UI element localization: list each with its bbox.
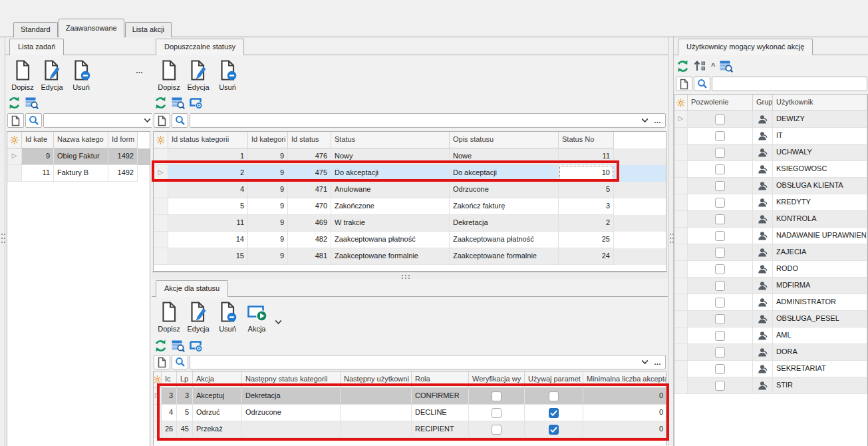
column-header[interactable]: Minimalna liczba akceptacji [583,371,666,388]
new-filter-button[interactable] [154,113,170,128]
column-header[interactable]: Id kate [22,132,54,148]
column-header[interactable]: Opis statusu [450,132,559,148]
new-filter-button[interactable] [7,113,24,128]
tab-zaawansowane[interactable]: Zaawansowane [59,19,124,37]
tab-akcje-dla-statusu[interactable]: Akcje dla statusu [156,280,228,297]
permission-checkbox[interactable] [715,131,725,141]
filter-options-button[interactable]: … [654,358,661,366]
permission-checkbox[interactable] [715,181,725,191]
refresh-icon[interactable] [8,97,21,109]
table-row[interactable]: 2645PrzekażRECIPIENT0 [154,421,666,438]
table-row[interactable]: 159481Zaakceptowane formalnieZaakceptowa… [154,248,666,265]
table-row[interactable]: ▷33AkceptujDekretacjaCONFIRMER0 [154,388,666,405]
tab-standard[interactable]: Standard [13,22,58,37]
column-header[interactable]: Id kategori [248,132,288,148]
permission-checkbox[interactable] [715,148,725,158]
table-row[interactable]: KSIEGOWOSC [674,161,867,178]
table-row[interactable]: 119469W trakcieDekretacja2 [154,215,666,232]
table-row[interactable]: NADAWANIE UPRAWNIEN [674,228,867,244]
column-header[interactable]: Nazwa katego [54,132,108,148]
refresh-icon[interactable] [154,97,167,109]
use-params-checkbox[interactable] [549,425,559,435]
table-row[interactable]: 11Faktury B1492 [7,165,150,182]
column-header[interactable]: Użytkownik [773,95,867,111]
chevron-down-icon[interactable] [144,118,151,123]
column-chooser-icon[interactable] [190,97,203,109]
vertical-splitter-right[interactable] [668,37,674,446]
edycja-button[interactable]: Edycja [37,58,67,93]
chevron-down-icon[interactable] [275,320,282,325]
dopisz-button[interactable]: Dopisz [154,58,184,93]
tab-uzytkownicy[interactable]: Użytkownicy mogący wykonać akcję [678,39,813,55]
table-row[interactable]: ▷29475Do akceptacjiDo akceptacji10 [154,165,666,182]
search-input[interactable] [193,114,639,126]
search-button[interactable] [25,113,42,128]
table-row[interactable]: MDFIRMA [674,278,867,294]
column-header[interactable]: Ic [162,371,177,388]
grid-search-icon[interactable] [172,339,185,352]
usun-button[interactable]: Usuń [67,58,96,93]
column-header[interactable]: Lp [177,371,193,388]
permission-checkbox[interactable] [715,231,725,241]
grid-search-icon[interactable] [25,97,39,109]
collapse-icon[interactable]: ^ [711,63,715,69]
grid-search-icon[interactable] [720,60,733,73]
edycja-button[interactable]: Edycja [184,300,213,334]
use-params-checkbox[interactable] [549,408,559,418]
table-row[interactable]: SEKRETARIAT [674,361,867,377]
column-header[interactable]: Używaj paramet [525,371,583,388]
grid-search-icon[interactable] [172,97,185,109]
use-params-checkbox[interactable] [549,391,559,401]
usun-button[interactable]: Usuń [213,58,242,93]
permission-checkbox[interactable] [715,164,725,174]
column-header[interactable]: Grup [753,95,773,111]
verification-checkbox[interactable] [492,391,502,401]
permission-checkbox[interactable] [715,114,725,124]
table-row[interactable]: ADMINISTRATOR [674,294,867,311]
table-row[interactable]: RODO [674,261,867,278]
permission-checkbox[interactable] [715,314,725,324]
chevron-down-icon[interactable] [641,359,649,365]
column-chooser-icon[interactable] [190,339,203,351]
filter-options-button[interactable]: … [654,116,661,124]
edycja-button[interactable]: Edycja [184,58,213,93]
tab-lista-akcji[interactable]: Lista akcji [125,22,172,37]
vertical-splitter-left[interactable] [0,37,5,446]
verification-checkbox[interactable] [492,425,502,435]
permission-checkbox[interactable] [715,281,725,291]
tab-dopuszczalne-statusy[interactable]: Dopuszczalne statusy [156,39,244,55]
usun-button[interactable]: Usuń [213,300,242,334]
table-row[interactable]: ZAJECIA [674,244,867,261]
permission-checkbox[interactable] [715,248,725,258]
dopisz-button[interactable]: Dopisz [154,300,184,334]
grid-menu-cell[interactable] [7,132,22,148]
grid-menu-cell[interactable] [154,132,168,148]
table-row[interactable]: 49471AnulowaneOdrzucone5 [154,182,666,198]
table-row[interactable]: ▷9Obieg Faktur1492 [7,148,150,165]
new-filter-button[interactable] [676,77,692,91]
table-row[interactable]: OBSŁUGA_PESEL [674,311,867,328]
column-header[interactable]: Następny użytkowni [341,371,412,388]
permission-checkbox[interactable] [715,331,725,341]
search-button[interactable] [172,113,188,128]
table-row[interactable]: ▷DEWIZY [674,111,867,128]
tab-lista-zadan[interactable]: Lista zadań [9,39,64,55]
table-row[interactable]: 45OdrzućOdrzuconeDECLINE0 [154,405,666,421]
refresh-icon[interactable] [154,339,167,352]
permission-checkbox[interactable] [715,347,725,357]
column-header[interactable]: Status [331,132,450,148]
column-header[interactable]: Rola [412,371,469,388]
table-row[interactable]: 19476NowyNowe11 [154,148,666,165]
akcja-button[interactable]: Akcja [242,300,271,334]
table-row[interactable]: KREDYTY [674,194,867,211]
search-input[interactable] [715,78,864,90]
column-header[interactable]: Pozwolenie [688,95,753,111]
table-row[interactable]: KONTROLA [674,211,867,228]
table-row[interactable]: 59470ZakończoneZakończ fakturę3 [154,198,666,215]
table-row[interactable]: UCHWALY [674,144,867,161]
table-row[interactable]: IT [674,128,867,144]
permission-checkbox[interactable] [715,364,725,374]
dopisz-button[interactable]: Dopisz [8,58,37,93]
toolbar-overflow-button[interactable]: … [136,67,144,75]
permission-checkbox[interactable] [715,381,725,391]
